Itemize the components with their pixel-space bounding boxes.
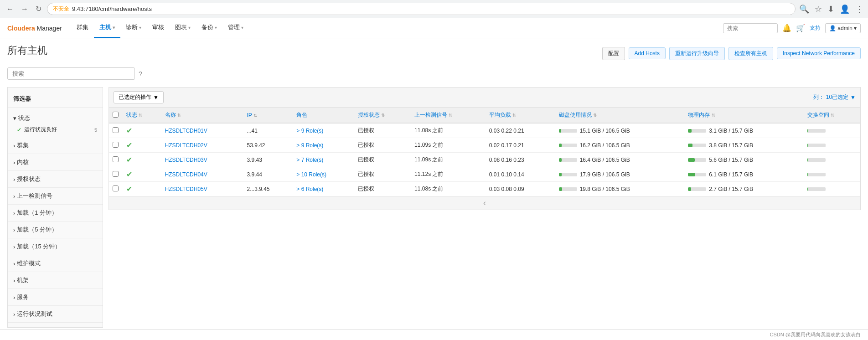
sidebar-section-header-health-test[interactable]: › 运行状况测试: [8, 308, 103, 320]
col-header-last-signal[interactable]: 上一检测信号 ⇅: [411, 108, 486, 123]
sort-icon: ⇅: [712, 113, 715, 118]
green-dot-icon: ✔: [17, 127, 21, 133]
chevron-right-icon: ›: [13, 294, 15, 301]
select-all-checkbox[interactable]: [113, 112, 119, 118]
forward-button[interactable]: →: [19, 4, 30, 14]
host-name-link[interactable]: HZSDLTCDH05V: [165, 186, 207, 192]
sidebar-item-good-health[interactable]: ✔ 运行状况良好 5: [8, 124, 103, 135]
disk-usage: 16.4 GiB / 106.5 GiB: [555, 153, 685, 167]
chevron-right-icon: ›: [13, 159, 15, 166]
download-icon[interactable]: ⬇: [827, 4, 834, 14]
col-header-ip[interactable]: IP ⇅: [243, 108, 293, 123]
sidebar-section-header-load1[interactable]: › 加载（1 分钟）: [8, 206, 103, 219]
scroll-indicator[interactable]: ‹: [109, 196, 860, 210]
swap-usage: [804, 153, 860, 167]
auth-status: 已授权: [354, 182, 411, 196]
search-icon[interactable]: 🔍: [799, 4, 809, 14]
selected-actions-button[interactable]: 已选定的操作 ▼: [114, 91, 164, 103]
row-checkbox[interactable]: [113, 185, 119, 191]
col-header-auth[interactable]: 授权状态 ⇅: [354, 108, 411, 123]
col-header-avg-load[interactable]: 平均负载 ⇅: [486, 108, 555, 123]
sort-icon: ⇅: [177, 113, 181, 118]
memory-usage: 3.8 GiB / 15.7 GiB: [684, 138, 804, 153]
support-link[interactable]: 支持: [810, 24, 821, 32]
col-header-status[interactable]: 状态 ⇅: [123, 108, 161, 123]
roles-link[interactable]: > 10 Role(s): [296, 171, 326, 178]
auth-status: 已授权: [354, 123, 411, 138]
col-header-name[interactable]: 名称 ⇅: [161, 108, 243, 123]
sidebar-section-header-services[interactable]: › 服务: [8, 291, 103, 304]
col-header-memory[interactable]: 物理内存 ⇅: [684, 108, 804, 123]
sort-icon: ⇅: [381, 113, 385, 118]
host-name-link[interactable]: HZSDLTCDH04V: [165, 171, 207, 178]
check-all-hosts-button[interactable]: 检查所有主机: [728, 47, 773, 60]
configure-button[interactable]: 配置: [602, 47, 625, 60]
sidebar-section-header-load15[interactable]: › 加载（15 分钟）: [8, 240, 103, 253]
inspect-network-button[interactable]: Inspect Network Performance: [777, 47, 861, 59]
roles-link[interactable]: > 9 Role(s): [296, 128, 323, 134]
reload-button[interactable]: ↻: [34, 4, 43, 14]
status-icon: ✔: [126, 127, 132, 134]
memory-bar-fill: [688, 144, 692, 147]
row-checkbox[interactable]: [113, 142, 119, 148]
rerun-upgrade-button[interactable]: 重新运行升级向导: [669, 47, 725, 60]
sidebar-section-maintenance: › 维护模式: [8, 255, 103, 272]
col-header-disk[interactable]: 磁盘使用情况 ⇅: [555, 108, 685, 123]
admin-button[interactable]: 👤 admin ▾: [825, 23, 861, 33]
roles-link[interactable]: > 9 Role(s): [296, 142, 323, 149]
bookmark-icon[interactable]: ☆: [815, 4, 822, 14]
nav-item-audit[interactable]: 审核: [147, 18, 170, 38]
shop-icon[interactable]: 🛒: [796, 24, 805, 32]
host-name-link[interactable]: HZSDLTCDH01V: [165, 128, 207, 134]
sidebar-section-header-rack[interactable]: › 机架: [8, 274, 103, 287]
sidebar-section-header-maintenance[interactable]: › 维护模式: [8, 257, 103, 270]
header-search-input[interactable]: [723, 23, 778, 33]
sidebar-section-header-last-signal[interactable]: › 上一检测信号: [8, 190, 103, 202]
sidebar-section-header-kernel[interactable]: › 内核: [8, 156, 103, 169]
sidebar-section-load5: › 加载（5 分钟）: [8, 222, 103, 238]
nav-item-diagnosis[interactable]: 诊断 ▾: [120, 18, 147, 38]
sidebar-section-header-status[interactable]: ▾ 状态: [8, 112, 103, 124]
checkbox-header[interactable]: [109, 108, 123, 123]
disk-label: 19.8 GiB / 106.5 GiB: [580, 186, 630, 192]
swap-usage: [804, 167, 860, 182]
nav-item-backup[interactable]: 备份 ▾: [196, 18, 222, 38]
search-input[interactable]: [7, 67, 135, 80]
sidebar-section-status: ▾ 状态 ✔ 运行状况良好 5: [8, 110, 103, 137]
last-signal: 11.09s 之前: [411, 153, 486, 167]
last-signal: 11.09s 之前: [411, 138, 486, 153]
nav-item-charts[interactable]: 图表 ▾: [170, 18, 196, 38]
avg-load: 0.02 0.17 0.21: [486, 138, 555, 153]
col-header-swap[interactable]: 交换空间 ⇅: [804, 108, 860, 123]
memory-label: 6.1 GiB / 15.7 GiB: [709, 171, 753, 178]
row-checkbox[interactable]: [113, 156, 119, 162]
back-button[interactable]: ←: [5, 4, 16, 14]
chevron-right-icon: ›: [13, 193, 15, 200]
columns-selector[interactable]: 列： 10已选定 ▼: [813, 93, 856, 101]
profile-icon[interactable]: 👤: [840, 4, 850, 14]
sidebar-section-header-load5[interactable]: › 加载（5 分钟）: [8, 223, 103, 236]
roles-link[interactable]: > 7 Role(s): [296, 157, 323, 163]
swap-bar: [807, 187, 826, 191]
table-row: ✔HZSDLTCDH01V...41> 9 Role(s)已授权11.08s 之…: [109, 123, 860, 138]
sidebar-section-header-clusters[interactable]: › 群集: [8, 139, 103, 152]
row-checkbox[interactable]: [113, 127, 119, 133]
sidebar-section-header-auth[interactable]: › 授权状态: [8, 173, 103, 185]
host-name-link[interactable]: HZSDLTCDH03V: [165, 157, 207, 163]
address-bar[interactable]: 不安全 9.43:7180/cmf/hardware/hosts: [47, 3, 796, 15]
nav-item-clusters[interactable]: 群集: [71, 18, 94, 38]
host-name-link[interactable]: HZSDLTCDH02V: [165, 142, 207, 149]
memory-bar-fill: [688, 173, 695, 176]
disk-bar: [559, 158, 577, 162]
add-hosts-button[interactable]: Add Hosts: [629, 47, 666, 59]
nav-item-manage[interactable]: 管理 ▾: [222, 18, 249, 38]
row-checkbox[interactable]: [113, 171, 119, 177]
nav-item-hosts[interactable]: 主机 ▾: [94, 18, 120, 38]
col-header-roles[interactable]: 角色: [293, 108, 354, 123]
roles-link[interactable]: > 6 Role(s): [296, 186, 323, 192]
menu-icon[interactable]: ⋮: [855, 4, 863, 14]
bell-icon[interactable]: 🔔: [782, 24, 791, 32]
last-signal: 11.08s 之前: [411, 123, 486, 138]
help-icon[interactable]: ?: [139, 70, 142, 77]
content-area: 已选定的操作 ▼ 列： 10已选定 ▼: [103, 87, 861, 328]
